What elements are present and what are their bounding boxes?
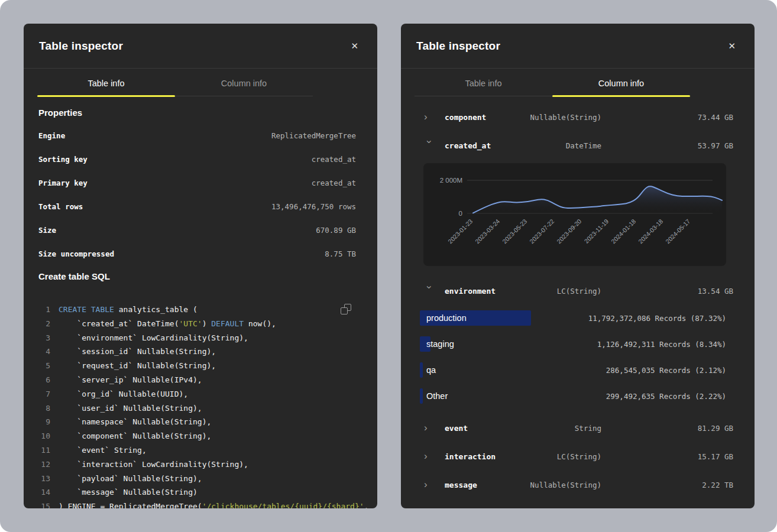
line-number: 3 — [24, 331, 59, 345]
column-row-component[interactable]: ›componentNullable(String)73.44 GB — [401, 103, 755, 131]
environment-value-row-other: Other299,492,635 Records (2.22%) — [401, 383, 755, 409]
line-number: 4 — [24, 345, 59, 359]
tab-table-info[interactable]: Table info — [415, 69, 552, 96]
column-name: event — [445, 424, 513, 433]
sql-code-line: 10 `component` Nullable(String), — [24, 429, 377, 443]
x-tick-label: 2023-09-20 — [555, 218, 583, 245]
sql-code-line: 12 `interaction` LowCardinality(String), — [24, 458, 377, 472]
column-name: created_at — [445, 141, 513, 150]
environment-value-row-production: production11,792,372,086 Records (87.32%… — [401, 305, 755, 331]
column-row-message[interactable]: ›messageNullable(String)2.22 TB — [401, 471, 755, 499]
column-type: LC(String) — [513, 287, 601, 296]
line-number: 11 — [24, 443, 59, 458]
x-tick-label: 2024-01-18 — [610, 218, 637, 245]
environment-value-row-staging: staging1,126,492,311 Records (8.34%) — [401, 331, 755, 357]
chevron-down-icon: › — [425, 286, 434, 297]
y-tick-label: 2 000M — [440, 177, 462, 184]
area-chart: 2 000M02023-01-232023-03-242023-05-23202… — [423, 163, 726, 266]
property-label: Size — [38, 226, 56, 235]
x-tick-label: 2024-05-17 — [664, 218, 692, 245]
table-inspector-dialog-column-info: Table inspector ✕ Table infoColumn info … — [401, 24, 755, 508]
created-at-distribution-chart: 2 000M02023-01-232023-03-242023-05-23202… — [423, 163, 726, 266]
property-label: Sorting key — [38, 155, 88, 164]
tab-bar: Table infoColumn info — [415, 69, 690, 96]
sql-code-text: `event` String, — [59, 443, 147, 458]
x-tick-label: 2023-05-23 — [501, 218, 529, 245]
close-icon: ✕ — [728, 41, 736, 51]
sql-code-line: 4 `session_id` Nullable(String), — [24, 345, 377, 359]
create-table-sql-heading: Create table SQL — [38, 271, 377, 283]
sql-code-text: `environment` LowCardinality(String), — [59, 331, 248, 345]
close-icon: ✕ — [351, 41, 358, 51]
property-value: created_at — [312, 179, 356, 187]
line-number: 8 — [24, 401, 59, 416]
sql-code-block: 1CREATE TABLE analytics_table (2 `create… — [24, 303, 377, 508]
sql-token: `session_id` Nullable(String), — [59, 347, 216, 356]
property-label: Total rows — [38, 202, 83, 211]
sql-code-line: 5 `request_id` Nullable(String), — [24, 359, 377, 373]
sql-code-text: `message` Nullable(String) — [59, 485, 198, 499]
environment-value-label: production — [426, 313, 467, 323]
line-number: 14 — [24, 485, 59, 499]
sql-code-text: `server_ip` Nullable(IPv4), — [59, 373, 202, 387]
dialog-title: Table inspector — [39, 40, 123, 53]
sql-token: `org_id` Nullable(UUID), — [59, 390, 188, 398]
chevron-right-icon: › — [424, 452, 436, 461]
sql-token: 'UTC' — [179, 319, 202, 328]
property-value: created_at — [312, 155, 356, 164]
sql-token: ) — [202, 319, 212, 328]
environment-value-label: staging — [426, 339, 454, 349]
line-number: 12 — [24, 458, 59, 472]
dialog-header: Table inspector ✕ — [24, 24, 377, 69]
tab-column-info[interactable]: Column info — [175, 69, 313, 96]
sql-code-text: `created_at` DateTime('UTC') DEFAULT now… — [59, 317, 276, 331]
x-tick-label: 2023-01-23 — [446, 218, 474, 245]
sql-token: now(), — [244, 319, 276, 328]
property-row: EngineReplicatedMergeTree — [24, 124, 377, 147]
tab-bar: Table infoColumn info — [37, 69, 313, 96]
sql-token: `interaction` LowCardinality(String), — [59, 460, 248, 469]
sql-code-text: `user_id` Nullable(String), — [59, 401, 202, 416]
sql-code-line: 9 `namespace` Nullable(String), — [24, 415, 377, 429]
line-number: 1 — [24, 303, 59, 317]
sql-token: ) ENGINE = ReplicatedMergeTree( — [59, 502, 202, 508]
properties-list: EngineReplicatedMergeTreeSorting keycrea… — [24, 124, 377, 265]
tab-table-info[interactable]: Table info — [37, 69, 175, 96]
page-background: Table inspector ✕ Table infoColumn info … — [0, 0, 777, 532]
sql-token: `payload` Nullable(String), — [59, 474, 202, 483]
environment-value-row-qa: qa286,545,035 Records (2.12%) — [401, 357, 755, 383]
environment-value-bar — [420, 362, 423, 378]
sql-token: `event` String, — [59, 446, 147, 455]
column-row-created_at[interactable]: ›created_atDateTime53.97 GB — [401, 131, 755, 160]
sql-code-text: `org_id` Nullable(UUID), — [59, 387, 188, 401]
area-fill — [473, 186, 722, 213]
sql-code-line: 3 `environment` LowCardinality(String), — [24, 331, 377, 345]
sql-code-line: 7 `org_id` Nullable(UUID), — [24, 387, 377, 401]
sql-code-line: 15) ENGINE = ReplicatedMergeTree('/click… — [24, 499, 377, 508]
sql-code-line: 2 `created_at` DateTime('UTC') DEFAULT n… — [24, 317, 377, 331]
column-row-interaction[interactable]: ›interactionLC(String)15.17 GB — [401, 442, 755, 471]
sql-code-line: 6 `server_ip` Nullable(IPv4), — [24, 373, 377, 387]
copy-sql-button[interactable] — [341, 304, 351, 314]
chevron-right-icon: › — [424, 112, 436, 122]
column-row-event[interactable]: ›eventString81.29 GB — [401, 414, 755, 442]
property-value: 8.75 TB — [325, 249, 356, 258]
property-row: Total rows13,496,476,750 rows — [24, 194, 377, 218]
close-button[interactable]: ✕ — [726, 39, 738, 53]
x-tick-label: 2023-07-22 — [528, 218, 556, 245]
y-tick-label: 0 — [459, 210, 462, 217]
column-size: 15.17 GB — [601, 452, 733, 461]
sql-lines: 1CREATE TABLE analytics_table (2 `create… — [24, 303, 377, 508]
chevron-right-icon: › — [424, 423, 436, 433]
sql-token: `user_id` Nullable(String), — [59, 404, 202, 413]
tab-column-info[interactable]: Column info — [552, 69, 690, 96]
column-row-environment[interactable]: ›environmentLC(String)13.54 GB — [401, 277, 755, 305]
sql-code-text: `component` Nullable(String), — [59, 429, 211, 443]
column-name: message — [445, 481, 513, 489]
sql-code-line: 14 `message` Nullable(String) — [24, 485, 377, 499]
close-button[interactable]: ✕ — [348, 39, 361, 53]
line-number: 13 — [24, 472, 59, 486]
x-tick-label: 2024-03-18 — [637, 218, 665, 245]
property-row: Size uncompressed8.75 TB — [24, 242, 377, 265]
column-type: LC(String) — [513, 452, 601, 461]
